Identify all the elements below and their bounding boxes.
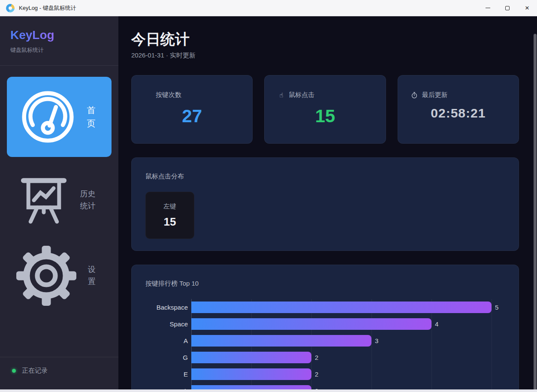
titlebar: KeyLog - 键盘鼠标统计 ×: [0, 0, 537, 16]
chart-easel-icon: [16, 173, 71, 228]
stat-card-mouseclicks: ☝ 鼠标点击 15: [264, 75, 386, 144]
sidebar-item-settings[interactable]: 设置: [7, 242, 112, 310]
chart-bar: [191, 318, 431, 330]
minimize-button[interactable]: [478, 0, 498, 16]
chart-row: G2: [145, 352, 510, 363]
gauge-icon: [19, 88, 77, 146]
stat-card-keypresses: 按键次数 27: [131, 75, 253, 144]
sidebar-item-label: 设置: [87, 264, 97, 288]
chart-value-label: 4: [435, 320, 438, 328]
dist-tile-label: 左键: [163, 202, 176, 211]
chart-value-label: 5: [495, 304, 498, 311]
key-ranking-panel: 按键排行榜 Top 10 Backspace5Space4A3G2E2L2: [131, 265, 519, 392]
dist-tile-leftbutton: 左键 15: [145, 192, 194, 239]
recording-dot-icon: [12, 369, 16, 373]
chart-bar: [191, 368, 311, 380]
chart-row: Backspace5: [145, 302, 510, 313]
chart-category-label: Backspace: [145, 304, 188, 311]
stat-cards-row: 按键次数 27 ☝ 鼠标点击 15: [131, 75, 519, 144]
sidebar-item-home[interactable]: 首页: [7, 77, 112, 157]
chart-bar: [191, 352, 311, 363]
chart-value-label: 2: [315, 371, 318, 378]
close-icon: ×: [525, 4, 529, 12]
window-bottom-frame: [0, 389, 537, 392]
chart-category-label: Space: [145, 320, 188, 328]
stat-card-lastupdate: 最后更新 02:58:21: [398, 75, 519, 144]
gear-icon: [16, 246, 76, 306]
maximize-icon: [505, 6, 510, 10]
main-content: 今日统计 2026-01-31 · 实时更新 按键次数 27 ☝ 鼠标点击 15: [118, 16, 537, 392]
app-window: KeyLog - 键盘鼠标统计 × KeyLog 键盘鼠标统计: [0, 0, 537, 392]
panel-title: 鼠标点击分布: [145, 172, 505, 181]
sidebar-item-label: 首页: [85, 104, 97, 130]
chart-value-label: 2: [315, 354, 318, 361]
page-title: 今日统计: [131, 30, 519, 48]
maximize-button[interactable]: [498, 0, 517, 16]
chart-category-label: G: [145, 354, 188, 361]
window-title: KeyLog - 键盘鼠标统计: [19, 4, 76, 12]
stat-label: 鼠标点击: [289, 91, 314, 99]
chart-row: A3: [145, 335, 510, 347]
brand-name: KeyLog: [10, 28, 54, 42]
stat-value: 27: [132, 106, 252, 127]
app-logo-icon: [6, 4, 15, 12]
page-subtitle: 2026-01-31 · 实时更新: [131, 51, 519, 60]
chart-row: Space4: [145, 318, 510, 330]
chart-category-label: E: [145, 371, 188, 378]
mouse-distribution-panel: 鼠标点击分布 左键 15: [131, 157, 519, 251]
scrollbar-thumb[interactable]: [534, 34, 537, 392]
hand-click-icon: ☝: [278, 91, 285, 99]
sidebar-item-history[interactable]: 历史统计: [7, 166, 112, 235]
sidebar-item-label: 历史统计: [78, 188, 97, 212]
stopwatch-icon: [411, 92, 418, 99]
sidebar-nav: 首页 历史统计: [0, 66, 118, 310]
chart-category-label: A: [145, 337, 188, 344]
close-button[interactable]: ×: [517, 0, 537, 16]
stat-value: 15: [265, 106, 385, 127]
chart-row: E2: [145, 368, 510, 380]
stat-value: 02:58:21: [398, 106, 519, 121]
stat-label: 按键次数: [156, 91, 181, 99]
vertical-scrollbar[interactable]: [534, 33, 537, 392]
brand-subtitle: 键盘鼠标统计: [10, 46, 108, 54]
stat-label: 最后更新: [422, 91, 448, 99]
chart-bar: [191, 335, 371, 347]
sidebar: KeyLog 键盘鼠标统计 首页: [0, 16, 118, 392]
recording-label: 正在记录: [22, 367, 48, 375]
dist-tile-value: 15: [164, 215, 176, 229]
brand: KeyLog 键盘鼠标统计: [0, 16, 118, 54]
recording-status: 正在记录: [0, 357, 118, 392]
bar-chart: Backspace5Space4A3G2E2L2: [145, 302, 510, 392]
chart-value-label: 3: [375, 337, 378, 344]
window-controls: ×: [478, 0, 537, 16]
chart-title: 按键排行榜 Top 10: [145, 280, 510, 288]
minimize-icon: [486, 8, 490, 8]
chart-bar: [191, 302, 492, 313]
sidebar-footer: 正在记录: [0, 357, 118, 392]
